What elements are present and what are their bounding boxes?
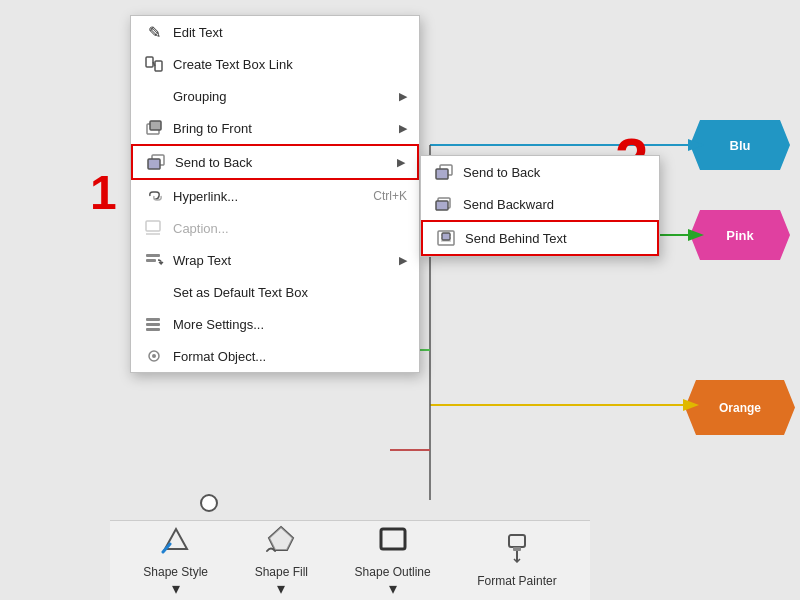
menu-item-format-object[interactable]: Format Object... — [131, 340, 419, 372]
set-default-icon — [143, 281, 165, 303]
menu-label-more-settings: More Settings... — [173, 317, 407, 332]
more-settings-icon — [143, 313, 165, 335]
menu-item-bring-to-front[interactable]: Bring to Front ▶ — [131, 112, 419, 144]
menu-item-create-textbox-link[interactable]: Create Text Box Link — [131, 48, 419, 80]
submenu-label-send-to-back: Send to Back — [463, 165, 647, 180]
menu-item-caption[interactable]: Caption... — [131, 212, 419, 244]
create-textbox-link-icon — [143, 53, 165, 75]
edit-text-icon: ✎ — [143, 21, 165, 43]
shape-fill-icon — [265, 524, 297, 561]
menu-item-hyperlink[interactable]: Hyperlink... Ctrl+K — [131, 180, 419, 212]
bottom-toolbar: Shape Style▾ Shape Fill▾ Shape Outline▾ … — [110, 520, 590, 600]
toolbar-shape-outline[interactable]: Shape Outline▾ — [345, 518, 441, 601]
toolbar-shape-style[interactable]: Shape Style▾ — [133, 518, 218, 601]
primary-context-menu: ✎ Edit Text Create Text Box Link Groupin… — [130, 15, 420, 373]
submenu-label-send-backward: Send Backward — [463, 197, 647, 212]
menu-label-create-textbox-link: Create Text Box Link — [173, 57, 407, 72]
grouping-icon — [143, 85, 165, 107]
hyperlink-shortcut: Ctrl+K — [373, 189, 407, 203]
menu-label-set-default: Set as Default Text Box — [173, 285, 407, 300]
toolbar-shape-fill[interactable]: Shape Fill▾ — [245, 518, 318, 601]
svg-rect-19 — [146, 323, 160, 326]
menu-label-bring-to-front: Bring to Front — [173, 121, 395, 136]
shape-blue[interactable]: Blu — [690, 120, 790, 170]
number-label-1: 1 — [90, 165, 117, 220]
menu-label-caption: Caption... — [173, 221, 407, 236]
svg-rect-24 — [436, 169, 448, 179]
submenu-item-send-to-back[interactable]: Send to Back — [421, 156, 659, 188]
svg-rect-8 — [155, 61, 162, 71]
wrap-text-arrow: ▶ — [399, 254, 407, 267]
submenu-send-backward-icon — [433, 193, 455, 215]
toolbar-format-painter[interactable]: Format Painter — [467, 527, 566, 594]
svg-rect-20 — [146, 328, 160, 331]
svg-rect-18 — [146, 318, 160, 321]
submenu-send-to-back-icon — [433, 161, 455, 183]
format-painter-icon — [501, 533, 533, 570]
menu-item-send-to-back[interactable]: Send to Back ▶ — [131, 144, 419, 180]
secondary-context-menu: Send to Back Send Backward Send Behind T… — [420, 155, 660, 257]
menu-label-hyperlink: Hyperlink... — [173, 189, 373, 204]
format-painter-label: Format Painter — [477, 574, 556, 588]
svg-rect-11 — [150, 121, 161, 130]
svg-rect-16 — [146, 254, 160, 257]
svg-rect-14 — [146, 221, 160, 231]
menu-item-wrap-text[interactable]: Wrap Text ▶ — [131, 244, 419, 276]
submenu-send-behind-text-icon — [435, 227, 457, 249]
submenu-label-send-behind-text: Send Behind Text — [465, 231, 645, 246]
menu-label-edit-text: Edit Text — [173, 25, 407, 40]
send-to-back-icon — [145, 151, 167, 173]
menu-item-more-settings[interactable]: More Settings... — [131, 308, 419, 340]
svg-rect-13 — [148, 159, 160, 169]
grouping-arrow: ▶ — [399, 90, 407, 103]
format-object-icon — [143, 345, 165, 367]
bring-to-front-arrow: ▶ — [399, 122, 407, 135]
submenu-item-send-backward[interactable]: Send Backward — [421, 188, 659, 220]
menu-label-format-object: Format Object... — [173, 349, 407, 364]
svg-rect-31 — [442, 233, 450, 240]
menu-item-edit-text[interactable]: ✎ Edit Text — [131, 16, 419, 48]
hyperlink-icon — [143, 185, 165, 207]
svg-rect-34 — [509, 535, 525, 547]
shape-fill-label: Shape Fill — [255, 565, 308, 579]
shape-outline-icon — [377, 524, 409, 561]
submenu-item-send-behind-text[interactable]: Send Behind Text — [421, 220, 659, 256]
caption-icon — [143, 217, 165, 239]
menu-label-grouping: Grouping — [173, 89, 395, 104]
shape-style-icon — [160, 524, 192, 561]
svg-rect-17 — [146, 259, 156, 262]
svg-point-22 — [152, 354, 156, 358]
menu-item-set-default[interactable]: Set as Default Text Box — [131, 276, 419, 308]
shape-pink[interactable]: Pink — [690, 210, 790, 260]
menu-label-send-to-back: Send to Back — [175, 155, 393, 170]
svg-rect-33 — [381, 529, 405, 549]
shape-orange[interactable]: Orange — [685, 380, 795, 435]
bring-to-front-icon — [143, 117, 165, 139]
menu-label-wrap-text: Wrap Text — [173, 253, 395, 268]
shape-outline-label: Shape Outline — [355, 565, 431, 579]
send-to-back-arrow: ▶ — [397, 156, 405, 169]
menu-item-grouping[interactable]: Grouping ▶ — [131, 80, 419, 112]
svg-rect-26 — [436, 201, 448, 210]
circle-indicator — [200, 494, 218, 512]
svg-rect-7 — [146, 57, 153, 67]
wrap-text-icon — [143, 249, 165, 271]
shape-style-label: Shape Style — [143, 565, 208, 579]
svg-rect-35 — [513, 547, 521, 551]
